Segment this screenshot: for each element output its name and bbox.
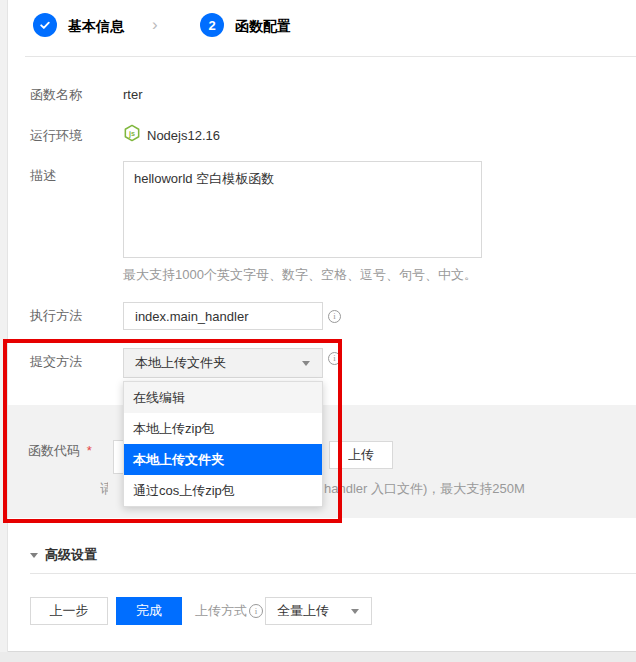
upload-mode-label: 上传方式	[195, 602, 247, 620]
submit-method-dropdown: 在线编辑 本地上传zip包 本地上传文件夹 通过cos上传zip包	[123, 381, 323, 507]
submit-method-info-icon[interactable]	[328, 352, 341, 365]
function-config-page: 基本信息 › 2 函数配置 函数名称 rter 运行环境 js Nodejs12…	[0, 0, 636, 662]
step-chevron-icon: ›	[152, 16, 158, 34]
function-code-label: 函数代码 *	[28, 443, 92, 459]
upload-mode-group: 上传方式	[195, 597, 263, 625]
advanced-settings-label: 高级设置	[45, 546, 97, 564]
description-textarea[interactable]: helloworld 空白模板函数	[123, 161, 482, 258]
handler-input[interactable]: index.main_handler	[123, 302, 323, 330]
upload-mode-info-icon[interactable]	[249, 604, 263, 618]
runtime-value: Nodejs12.16	[147, 128, 220, 144]
step2-label: 函数配置	[235, 17, 291, 35]
function-name-value: rter	[123, 87, 143, 103]
advanced-settings-toggle[interactable]: 高级设置	[30, 546, 97, 564]
function-code-label-text: 函数代码	[28, 443, 80, 458]
function-code-hint: handler 入口文件)，最大支持250M	[324, 481, 525, 497]
dropdown-option-local-zip[interactable]: 本地上传zip包	[124, 413, 322, 444]
dropdown-option-local-folder[interactable]: 本地上传文件夹	[124, 444, 322, 475]
runtime-label: 运行环境	[30, 128, 82, 144]
submit-method-select[interactable]: 本地上传文件夹	[123, 348, 323, 378]
handler-info-icon[interactable]	[328, 310, 341, 323]
triangle-down-icon	[30, 553, 38, 558]
chevron-down-icon	[351, 609, 359, 614]
upload-button[interactable]: 上传	[329, 441, 393, 469]
upload-mode-select[interactable]: 全量上传	[265, 597, 372, 625]
finish-button[interactable]: 完成	[116, 597, 182, 625]
step1-done-badge	[33, 13, 57, 37]
svg-text:js: js	[128, 129, 135, 138]
dropdown-option-online-edit[interactable]: 在线编辑	[124, 382, 322, 413]
dropdown-option-cos-zip[interactable]: 通过cos上传zip包	[124, 475, 322, 506]
handler-value: index.main_handler	[135, 309, 248, 324]
chevron-down-icon	[302, 361, 310, 366]
left-gutter	[0, 0, 8, 652]
submit-method-label: 提交方法	[30, 354, 82, 370]
function-code-hint-prefix: 请	[100, 481, 108, 497]
footer-divider	[30, 573, 636, 574]
upload-mode-value: 全量上传	[277, 602, 329, 620]
required-asterisk: *	[87, 443, 92, 458]
function-name-label: 函数名称	[30, 87, 82, 103]
previous-step-button[interactable]: 上一步	[30, 597, 108, 625]
submit-method-value: 本地上传文件夹	[135, 354, 226, 372]
handler-label: 执行方法	[30, 308, 82, 324]
description-label: 描述	[30, 168, 56, 184]
step2-number-badge: 2	[200, 13, 224, 37]
step1-label[interactable]: 基本信息	[68, 17, 124, 35]
description-hint: 最大支持1000个英文字母、数字、空格、逗号、句号、中文。	[123, 267, 477, 283]
check-icon	[38, 18, 52, 32]
header-divider	[25, 56, 636, 57]
nodejs-icon: js	[123, 124, 141, 142]
